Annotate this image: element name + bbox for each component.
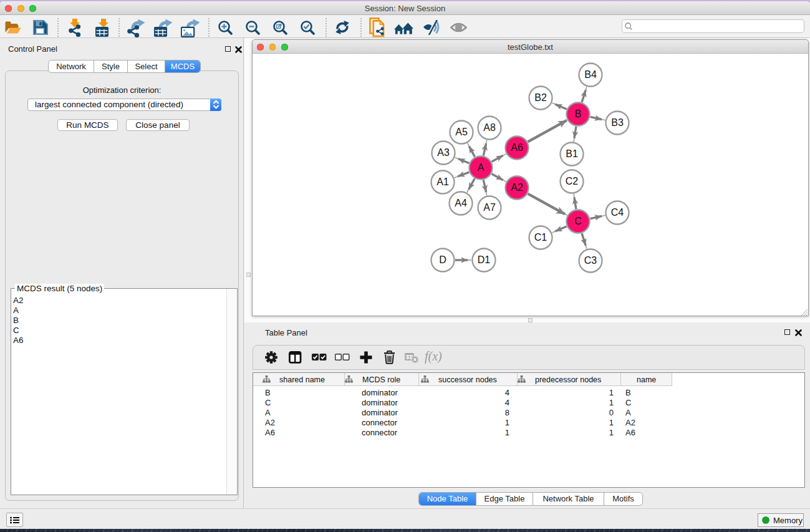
svg-text:A7: A7 (483, 202, 496, 213)
svg-text:C2: C2 (566, 176, 579, 186)
svg-text:B3: B3 (611, 117, 624, 128)
svg-text:A2: A2 (511, 182, 523, 193)
svg-text:D1: D1 (478, 254, 491, 265)
svg-text:B: B (575, 109, 582, 119)
svg-text:A8: A8 (483, 122, 496, 133)
svg-text:C: C (574, 216, 582, 226)
svg-text:A6: A6 (511, 142, 523, 153)
svg-text:B4: B4 (584, 69, 597, 80)
svg-text:A5: A5 (455, 127, 468, 137)
svg-text:A3: A3 (437, 147, 450, 158)
svg-text:C3: C3 (584, 255, 597, 266)
svg-text:A: A (478, 162, 485, 173)
svg-text:D: D (439, 254, 446, 265)
svg-text:A4: A4 (455, 198, 467, 208)
svg-text:B2: B2 (534, 92, 547, 103)
svg-text:A1: A1 (436, 177, 449, 187)
svg-text:C4: C4 (611, 207, 624, 218)
svg-text:C1: C1 (534, 232, 547, 243)
svg-text:B1: B1 (566, 148, 578, 159)
